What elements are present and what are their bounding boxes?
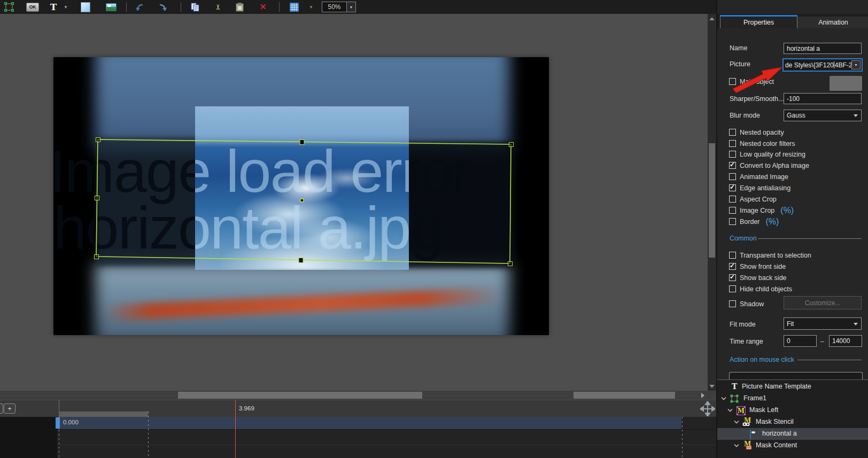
color-swatch-button[interactable] (830, 76, 862, 91)
checkbox-hide-child-objects[interactable]: Hide child objects (729, 285, 792, 293)
editor-canvas[interactable]: Image load error horizontal a.jpg Image … (0, 14, 708, 391)
action-input-partial[interactable] (729, 372, 863, 380)
tree-item-mask-left[interactable]: M Mask Left (717, 405, 868, 416)
checkbox-border[interactable]: Border(%) (729, 218, 779, 226)
ok-button-tool[interactable]: OK (26, 0, 39, 14)
application-window: OK T ▼ ✂ ✕ (0, 0, 868, 458)
timeline-scroll-strip[interactable] (0, 391, 716, 400)
canvas-vertical-scrollbar[interactable] (708, 14, 716, 391)
tree-item-mask-stencil[interactable]: M Mask Stencil (717, 416, 868, 428)
checkbox-aspect-crop[interactable]: Aspect Crop (729, 195, 777, 203)
selection-handle-top-center[interactable] (300, 140, 304, 145)
selection-handle-bottom-right[interactable] (508, 262, 513, 266)
checkbox-icon[interactable] (729, 263, 736, 270)
text-tool-button[interactable]: T (48, 0, 59, 14)
text-tool-dropdown[interactable]: ▼ (62, 0, 69, 14)
undo-button[interactable] (134, 0, 145, 14)
checkbox-edge-antialiasing[interactable]: Edge antialiasing (729, 184, 790, 192)
checkbox-nested-opacity[interactable]: Nested opacity (729, 128, 784, 136)
selection-handle-bottom-left[interactable] (95, 255, 99, 259)
chevron-expanded-icon[interactable] (721, 397, 726, 400)
frame-object-icon (730, 394, 739, 403)
chevron-expanded-icon[interactable] (734, 420, 739, 424)
add-track-button[interactable]: + (4, 403, 15, 414)
checkbox-show-back-side[interactable]: Show back side (729, 274, 787, 282)
chevron-down-icon[interactable]: ▼ (346, 2, 355, 12)
checkbox-animated-image[interactable]: Animated Image (729, 173, 788, 181)
selection-handle-top-right[interactable] (509, 143, 514, 147)
frame-tool-button[interactable] (3, 0, 15, 14)
selection-handle-bottom-center[interactable] (299, 258, 303, 263)
checkbox-convert-to-alpha[interactable]: Convert to Alpha image (729, 161, 809, 169)
playhead-line[interactable] (235, 400, 236, 458)
keyframe-minibar[interactable] (59, 412, 148, 417)
checkbox-icon[interactable] (729, 207, 736, 214)
partial-button[interactable] (0, 403, 3, 414)
tab-properties[interactable]: Properties (720, 15, 797, 28)
checkbox-icon[interactable] (729, 140, 736, 147)
ok-button-icon: OK (26, 3, 39, 12)
checkbox-icon[interactable] (729, 252, 736, 259)
zoom-level-select[interactable]: 50% ▼ (322, 2, 356, 12)
chevron-expanded-icon[interactable] (727, 408, 733, 412)
pan-move-icon[interactable] (700, 401, 715, 416)
timeline-scroll-thumb[interactable] (178, 392, 422, 399)
checkbox-icon[interactable] (729, 129, 736, 136)
add-image-button[interactable] (105, 0, 117, 14)
checkbox-nested-color-filters[interactable]: Nested color filters (729, 139, 795, 148)
row-divider (57, 445, 716, 445)
tree-item-horizontal-a[interactable]: horizontal a (717, 428, 868, 440)
checkbox-icon[interactable] (729, 78, 736, 85)
checkbox-transparent-to-selection[interactable]: Transparent to selection (729, 251, 811, 259)
selection-overlay[interactable] (53, 57, 549, 335)
tree-item-mask-content[interactable]: M Mask Content (717, 440, 868, 452)
selection-handle-top-left[interactable] (96, 138, 100, 142)
vertical-scrollbar-thumb[interactable] (709, 143, 715, 258)
grid-button[interactable] (289, 0, 299, 14)
checkbox-image-crop[interactable]: Image Crop(%) (729, 206, 794, 214)
tree-item-picture-name-template[interactable]: T Picture Name Template (717, 381, 868, 393)
timeline-scroll-segment[interactable] (574, 392, 675, 399)
checkbox-icon[interactable] (729, 173, 736, 180)
checkbox-icon[interactable] (729, 196, 736, 203)
checkbox-shadow[interactable]: Shadow (729, 300, 764, 308)
paste-button[interactable] (234, 0, 245, 14)
scroll-up-icon[interactable] (709, 17, 715, 20)
name-input[interactable]: horizontal a (784, 43, 862, 54)
cut-button[interactable]: ✂ (213, 0, 223, 14)
fit-mode-select[interactable]: Fit (784, 317, 862, 330)
selection-center-point[interactable] (300, 199, 304, 202)
sharper-input[interactable]: -100 (784, 93, 862, 104)
tab-animation[interactable]: Animation (797, 17, 868, 28)
time-range-start-input[interactable]: 0 (784, 335, 817, 347)
checkbox-icon[interactable] (729, 300, 736, 307)
scroll-right-icon[interactable] (701, 393, 704, 398)
redo-button[interactable] (157, 0, 169, 14)
tree-item-frame1[interactable]: Frame1 (717, 393, 868, 405)
styles-dropdown-button[interactable]: ▼ (307, 0, 315, 14)
clip-bar[interactable]: 0.000 (57, 417, 681, 429)
selection-handle-middle-left[interactable] (95, 196, 99, 200)
checkbox-icon[interactable] (729, 218, 736, 225)
picture-dropdown-button[interactable]: ▼ (851, 60, 861, 69)
checkbox-icon[interactable] (729, 285, 736, 292)
picture-input[interactable]: de Styles\{3F1204BF-2E ▼ (782, 58, 863, 72)
slide-preview[interactable]: Image load error horizontal a.jpg Image … (53, 57, 549, 335)
main-object-checkbox[interactable]: Main object (729, 77, 774, 86)
checkbox-low-quality-resizing[interactable]: Low quality of resizing (729, 150, 805, 158)
checkbox-icon[interactable] (729, 274, 736, 281)
checkbox-icon[interactable] (729, 184, 736, 191)
chevron-expanded-icon[interactable] (734, 444, 739, 447)
rectangle-icon (81, 2, 90, 12)
delete-button[interactable]: ✕ (258, 0, 268, 14)
blur-mode-select[interactable]: Gauss (784, 110, 862, 121)
copy-button[interactable] (189, 0, 201, 14)
checkbox-show-front-side[interactable]: Show front side (729, 262, 786, 270)
checkbox-icon[interactable] (729, 162, 736, 169)
shadow-customize-button[interactable]: Customize... (784, 296, 862, 309)
rectangle-tool-button[interactable] (80, 0, 91, 14)
checkbox-icon[interactable] (729, 151, 736, 158)
scroll-down-icon[interactable] (709, 385, 715, 388)
time-range-end-input[interactable]: 14000 (829, 335, 862, 347)
delete-x-icon: ✕ (260, 2, 267, 12)
